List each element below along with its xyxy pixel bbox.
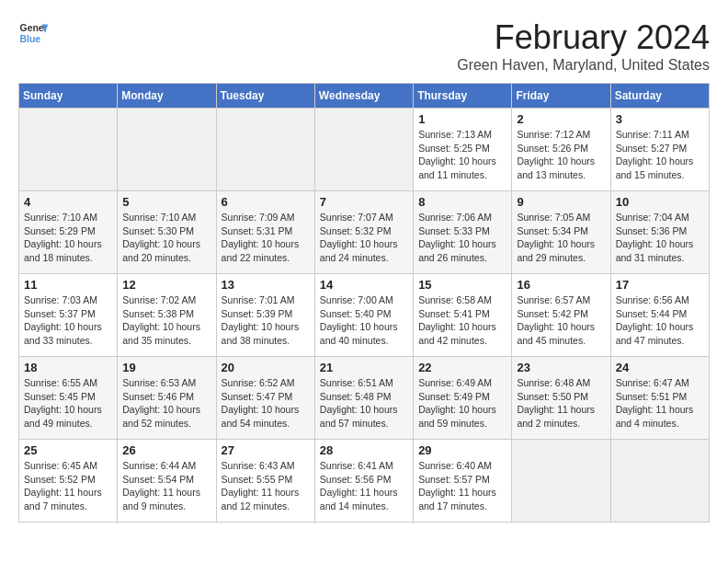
calendar-cell: 2Sunrise: 7:12 AM Sunset: 5:26 PM Daylig… [512, 109, 610, 191]
day-header-tuesday: Tuesday [216, 84, 314, 109]
page-header: General Blue February 2024 Green Haven, … [18, 18, 710, 74]
day-number: 22 [418, 361, 506, 374]
calendar-cell: 26Sunrise: 6:44 AM Sunset: 5:54 PM Dayli… [118, 440, 216, 523]
calendar-cell: 6Sunrise: 7:09 AM Sunset: 5:31 PM Daylig… [216, 191, 314, 274]
calendar-cell: 4Sunrise: 7:10 AM Sunset: 5:29 PM Daylig… [19, 191, 118, 274]
calendar-table: SundayMondayTuesdayWednesdayThursdayFrid… [18, 83, 710, 523]
day-header-monday: Monday [118, 84, 216, 109]
day-header-saturday: Saturday [610, 84, 709, 109]
week-row-1: 4Sunrise: 7:10 AM Sunset: 5:29 PM Daylig… [19, 191, 710, 274]
day-number: 5 [122, 195, 210, 209]
day-info: Sunrise: 7:03 AM Sunset: 5:37 PM Dayligh… [24, 293, 112, 348]
calendar-cell: 25Sunrise: 6:45 AM Sunset: 5:52 PM Dayli… [19, 440, 118, 523]
day-number: 18 [24, 361, 112, 374]
day-info: Sunrise: 6:40 AM Sunset: 5:57 PM Dayligh… [418, 459, 506, 513]
calendar-cell: 14Sunrise: 7:00 AM Sunset: 5:40 PM Dayli… [314, 274, 413, 357]
calendar-cell: 29Sunrise: 6:40 AM Sunset: 5:57 PM Dayli… [414, 440, 512, 523]
day-number: 3 [616, 112, 704, 126]
calendar-cell: 3Sunrise: 7:11 AM Sunset: 5:27 PM Daylig… [610, 109, 709, 191]
calendar-cell: 20Sunrise: 6:52 AM Sunset: 5:47 PM Dayli… [216, 357, 314, 440]
title-area: February 2024 Green Haven, Maryland, Uni… [457, 18, 710, 74]
calendar-cell: 21Sunrise: 6:51 AM Sunset: 5:48 PM Dayli… [314, 357, 413, 440]
subtitle: Green Haven, Maryland, United States [457, 57, 710, 74]
day-header-sunday: Sunday [19, 84, 118, 109]
day-info: Sunrise: 6:52 AM Sunset: 5:47 PM Dayligh… [222, 376, 310, 431]
day-info: Sunrise: 7:04 AM Sunset: 5:36 PM Dayligh… [616, 211, 704, 265]
calendar-cell [216, 109, 314, 191]
day-header-thursday: Thursday [414, 84, 512, 109]
day-info: Sunrise: 6:45 AM Sunset: 5:52 PM Dayligh… [24, 459, 112, 513]
day-info: Sunrise: 6:58 AM Sunset: 5:41 PM Dayligh… [418, 293, 506, 348]
calendar-cell: 28Sunrise: 6:41 AM Sunset: 5:56 PM Dayli… [314, 440, 413, 523]
day-number: 12 [122, 278, 210, 292]
calendar-cell [19, 109, 118, 191]
day-number: 6 [222, 195, 310, 209]
day-number: 15 [418, 278, 506, 292]
day-number: 24 [616, 361, 704, 374]
day-info: Sunrise: 6:44 AM Sunset: 5:54 PM Dayligh… [122, 459, 210, 513]
day-number: 19 [122, 361, 210, 374]
day-number: 13 [222, 278, 310, 292]
day-info: Sunrise: 7:11 AM Sunset: 5:27 PM Dayligh… [616, 128, 704, 182]
day-info: Sunrise: 7:10 AM Sunset: 5:29 PM Dayligh… [24, 211, 112, 265]
day-number: 7 [320, 195, 408, 209]
day-info: Sunrise: 7:07 AM Sunset: 5:32 PM Dayligh… [320, 211, 408, 265]
day-number: 26 [122, 443, 210, 457]
day-info: Sunrise: 7:00 AM Sunset: 5:40 PM Dayligh… [320, 293, 408, 348]
day-number: 2 [517, 112, 605, 126]
day-number: 10 [616, 195, 704, 209]
day-info: Sunrise: 7:01 AM Sunset: 5:39 PM Dayligh… [222, 293, 310, 348]
calendar-cell: 8Sunrise: 7:06 AM Sunset: 5:33 PM Daylig… [414, 191, 512, 274]
day-number: 8 [418, 195, 506, 209]
calendar-cell: 12Sunrise: 7:02 AM Sunset: 5:38 PM Dayli… [118, 274, 216, 357]
calendar-cell: 17Sunrise: 6:56 AM Sunset: 5:44 PM Dayli… [610, 274, 709, 357]
day-info: Sunrise: 7:05 AM Sunset: 5:34 PM Dayligh… [517, 211, 605, 265]
main-title: February 2024 [457, 18, 710, 57]
week-row-3: 18Sunrise: 6:55 AM Sunset: 5:45 PM Dayli… [19, 357, 710, 440]
day-info: Sunrise: 6:56 AM Sunset: 5:44 PM Dayligh… [616, 293, 704, 348]
day-number: 1 [418, 112, 506, 126]
day-number: 20 [222, 361, 310, 374]
day-info: Sunrise: 7:02 AM Sunset: 5:38 PM Dayligh… [122, 293, 210, 348]
day-number: 14 [320, 278, 408, 292]
day-header-wednesday: Wednesday [314, 84, 413, 109]
calendar-cell: 24Sunrise: 6:47 AM Sunset: 5:51 PM Dayli… [610, 357, 709, 440]
day-info: Sunrise: 6:49 AM Sunset: 5:49 PM Dayligh… [418, 376, 506, 431]
calendar-cell: 27Sunrise: 6:43 AM Sunset: 5:55 PM Dayli… [216, 440, 314, 523]
svg-text:Blue: Blue [20, 34, 41, 44]
day-info: Sunrise: 6:53 AM Sunset: 5:46 PM Dayligh… [122, 376, 210, 431]
calendar-cell: 11Sunrise: 7:03 AM Sunset: 5:37 PM Dayli… [19, 274, 118, 357]
day-number: 25 [24, 443, 112, 457]
day-info: Sunrise: 7:10 AM Sunset: 5:30 PM Dayligh… [122, 211, 210, 265]
calendar-cell [610, 440, 709, 523]
calendar-cell: 1Sunrise: 7:13 AM Sunset: 5:25 PM Daylig… [414, 109, 512, 191]
calendar-header-row: SundayMondayTuesdayWednesdayThursdayFrid… [19, 84, 710, 109]
calendar-cell [314, 109, 413, 191]
day-number: 11 [24, 278, 112, 292]
calendar-cell: 10Sunrise: 7:04 AM Sunset: 5:36 PM Dayli… [610, 191, 709, 274]
calendar-cell: 15Sunrise: 6:58 AM Sunset: 5:41 PM Dayli… [414, 274, 512, 357]
week-row-0: 1Sunrise: 7:13 AM Sunset: 5:25 PM Daylig… [19, 109, 710, 191]
calendar-cell: 23Sunrise: 6:48 AM Sunset: 5:50 PM Dayli… [512, 357, 610, 440]
calendar-cell: 9Sunrise: 7:05 AM Sunset: 5:34 PM Daylig… [512, 191, 610, 274]
calendar-cell: 19Sunrise: 6:53 AM Sunset: 5:46 PM Dayli… [118, 357, 216, 440]
week-row-2: 11Sunrise: 7:03 AM Sunset: 5:37 PM Dayli… [19, 274, 710, 357]
day-info: Sunrise: 6:47 AM Sunset: 5:51 PM Dayligh… [616, 376, 704, 431]
day-number: 9 [517, 195, 605, 209]
day-number: 16 [517, 278, 605, 292]
day-info: Sunrise: 6:48 AM Sunset: 5:50 PM Dayligh… [517, 376, 605, 431]
day-info: Sunrise: 6:43 AM Sunset: 5:55 PM Dayligh… [222, 459, 310, 513]
calendar-cell: 13Sunrise: 7:01 AM Sunset: 5:39 PM Dayli… [216, 274, 314, 357]
day-info: Sunrise: 6:57 AM Sunset: 5:42 PM Dayligh… [517, 293, 605, 348]
calendar-cell [118, 109, 216, 191]
calendar-cell: 16Sunrise: 6:57 AM Sunset: 5:42 PM Dayli… [512, 274, 610, 357]
day-info: Sunrise: 6:41 AM Sunset: 5:56 PM Dayligh… [320, 459, 408, 513]
day-header-friday: Friday [512, 84, 610, 109]
calendar-cell: 22Sunrise: 6:49 AM Sunset: 5:49 PM Dayli… [414, 357, 512, 440]
day-info: Sunrise: 6:51 AM Sunset: 5:48 PM Dayligh… [320, 376, 408, 431]
day-number: 17 [616, 278, 704, 292]
calendar-cell: 5Sunrise: 7:10 AM Sunset: 5:30 PM Daylig… [118, 191, 216, 274]
day-number: 21 [320, 361, 408, 374]
day-number: 23 [517, 361, 605, 374]
day-number: 27 [222, 443, 310, 457]
